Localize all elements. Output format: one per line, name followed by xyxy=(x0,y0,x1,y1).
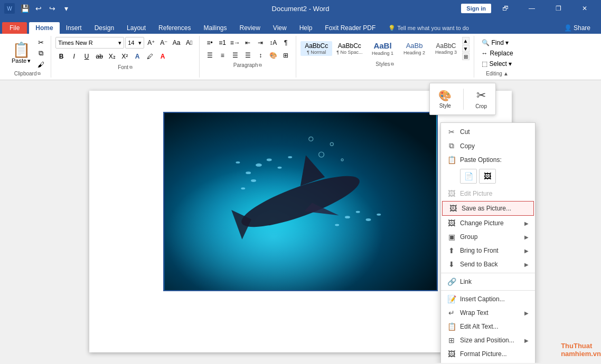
tab-file[interactable]: File xyxy=(2,22,27,34)
normal-style-item[interactable]: AaBbCc ¶ Normal xyxy=(300,41,332,56)
replace-button[interactable]: ↔ Replace xyxy=(478,49,517,58)
tab-mailings[interactable]: Mailings xyxy=(197,22,233,34)
font-expand-icon[interactable]: ⧉ xyxy=(129,65,133,70)
styles-expand-icon[interactable]: ⧉ xyxy=(391,62,394,67)
subscript-button[interactable]: X₂ xyxy=(106,51,118,62)
cm-save-as-picture[interactable]: 🖼 Save as Picture... xyxy=(442,201,534,216)
cm-size-and-position[interactable]: ⊞ Size and Position... ▶ xyxy=(441,333,535,347)
paste-dropdown-icon[interactable]: ▾ xyxy=(27,58,31,64)
sort-button[interactable]: ↕A xyxy=(267,37,279,49)
select-button[interactable]: ⬚ Select ▾ xyxy=(478,59,517,69)
superscript-button[interactable]: X² xyxy=(119,51,130,62)
heading2-style-item[interactable]: AaBb Heading 2 xyxy=(399,41,430,56)
numbering-button[interactable]: ≡1 xyxy=(217,37,228,49)
align-left-button[interactable]: ☰ xyxy=(204,50,215,61)
text-effects-button[interactable]: A xyxy=(132,51,143,62)
cm-edit-alt-text[interactable]: 📋 Edit Alt Text... xyxy=(441,320,535,333)
align-right-button[interactable]: ☰ xyxy=(229,50,241,61)
strikethrough-button[interactable]: ab xyxy=(93,51,105,62)
close-button[interactable]: ✕ xyxy=(572,0,597,17)
cm-paste-options-header: 📋 Paste Options: xyxy=(441,153,535,167)
send-to-back-icon: ⬇ xyxy=(447,260,456,269)
redo-qat-button[interactable]: ↪ xyxy=(46,3,58,14)
embedded-image[interactable] xyxy=(163,112,438,291)
copy-button[interactable]: ⧉ xyxy=(35,48,46,59)
heading1-style-item[interactable]: AaBl Heading 1 xyxy=(367,40,399,57)
styles-scroll-up[interactable]: ▲ xyxy=(462,37,469,44)
sign-in-button[interactable]: Sign in xyxy=(461,4,491,13)
paste-button[interactable]: 📋 Paste ▾ xyxy=(8,42,34,65)
decrease-indent-button[interactable]: ⇤ xyxy=(242,37,253,49)
clear-format-button[interactable]: A⃝ xyxy=(183,37,195,49)
no-spacing-preview: AaBbCc xyxy=(338,42,361,50)
cm-send-to-back[interactable]: ⬇ Send to Back ▶ xyxy=(441,257,535,271)
bullets-button[interactable]: ≡• xyxy=(204,37,215,49)
line-spacing-button[interactable]: ↕ xyxy=(255,50,266,61)
borders-button[interactable]: ⊞ xyxy=(280,50,292,61)
style-mini-button[interactable]: 🎨 Style xyxy=(435,87,455,111)
tab-design[interactable]: Design xyxy=(88,22,120,34)
italic-button[interactable]: I xyxy=(68,51,80,62)
align-center-button[interactable]: ≡ xyxy=(217,50,228,61)
cm-copy[interactable]: ⧉ Copy xyxy=(441,139,535,153)
cm-group[interactable]: ▣ Group ▶ xyxy=(441,230,535,244)
clipboard-expand-icon[interactable]: ⧉ xyxy=(37,71,41,76)
tab-view[interactable]: View xyxy=(267,22,293,34)
tab-help[interactable]: Help xyxy=(293,22,319,34)
font-size-dropdown-icon[interactable]: ▾ xyxy=(138,40,142,46)
qat-dropdown-button[interactable]: ▾ xyxy=(60,3,72,14)
cm-format-picture[interactable]: 🖼 Format Picture... xyxy=(441,347,535,361)
multilevel-button[interactable]: ≡→ xyxy=(229,37,241,49)
restore-down-button[interactable]: 🗗 xyxy=(493,0,518,17)
highlight-button[interactable]: 🖊 xyxy=(144,51,156,62)
minimize-button[interactable]: — xyxy=(520,0,544,17)
save-qat-button[interactable]: 💾 xyxy=(19,3,31,14)
show-marks-button[interactable]: ¶ xyxy=(280,37,292,49)
copy-menu-icon: ⧉ xyxy=(447,141,456,150)
styles-more[interactable]: ⊞ xyxy=(462,53,469,60)
crop-mini-button[interactable]: ✂ Crop xyxy=(472,87,490,111)
svg-point-10 xyxy=(236,161,240,164)
no-spacing-style-item[interactable]: AaBbCc ¶ No Spac... xyxy=(332,41,367,56)
find-button[interactable]: 🔍 Find ▾ xyxy=(478,38,517,47)
tell-me-input[interactable]: 💡 Tell me what you want to do xyxy=(382,23,475,34)
bold-button[interactable]: B xyxy=(55,51,67,62)
shading-button[interactable]: 🎨 xyxy=(267,50,279,61)
font-color-button[interactable]: A xyxy=(157,51,168,62)
share-button[interactable]: 👤 Share xyxy=(558,22,597,34)
font-family-selector[interactable]: Times New R ▾ xyxy=(55,37,124,49)
svg-point-13 xyxy=(241,187,245,189)
clipboard-group-label: Clipboard ⧉ xyxy=(14,70,41,76)
shrink-font-button[interactable]: A⁻ xyxy=(158,37,170,49)
tab-layout[interactable]: Layout xyxy=(120,22,152,34)
paste-icon-btn-2[interactable]: 🖼 xyxy=(479,169,496,184)
undo-qat-button[interactable]: ↩ xyxy=(33,3,44,14)
cm-insert-caption[interactable]: 📝 Insert Caption... xyxy=(441,292,535,306)
styles-scroll-down[interactable]: ▼ xyxy=(462,45,469,52)
tab-references[interactable]: References xyxy=(152,22,197,34)
grow-font-button[interactable]: A⁺ xyxy=(145,37,157,49)
cm-wrap-text[interactable]: ↵ Wrap Text ▶ xyxy=(441,306,535,320)
cm-change-picture[interactable]: 🖼 Change Picture ▶ xyxy=(441,216,535,230)
paragraph-label: Paragraph xyxy=(233,62,258,68)
tab-foxit[interactable]: Foxit Reader PDF xyxy=(318,22,382,34)
paste-icon-btn-1[interactable]: 📄 xyxy=(460,169,477,184)
heading3-style-item[interactable]: AaBbC Heading 3 xyxy=(430,41,462,56)
tab-review[interactable]: Review xyxy=(233,22,266,34)
cm-link[interactable]: 🔗 Link xyxy=(441,275,535,289)
maximize-button[interactable]: ❐ xyxy=(546,0,570,17)
cm-cut[interactable]: ✂ Cut xyxy=(441,125,535,139)
cm-bring-to-front[interactable]: ⬆ Bring to Front ▶ xyxy=(441,244,535,257)
underline-button[interactable]: U xyxy=(81,51,92,62)
paragraph-expand-icon[interactable]: ⧉ xyxy=(259,63,262,68)
change-case-button[interactable]: Aa xyxy=(171,37,182,49)
format-painter-button[interactable]: 🖌 xyxy=(35,59,46,70)
font-family-dropdown-icon[interactable]: ▾ xyxy=(118,40,121,46)
cut-button[interactable]: ✂ xyxy=(35,37,46,47)
increase-indent-button[interactable]: ⇥ xyxy=(255,37,266,49)
tab-insert[interactable]: Insert xyxy=(60,22,88,34)
font-size-selector[interactable]: 14 ▾ xyxy=(125,37,144,49)
tab-home[interactable]: Home xyxy=(29,22,59,34)
justify-button[interactable]: ☰ xyxy=(242,50,253,61)
editing-collapse-icon[interactable]: ▲ xyxy=(503,71,509,76)
